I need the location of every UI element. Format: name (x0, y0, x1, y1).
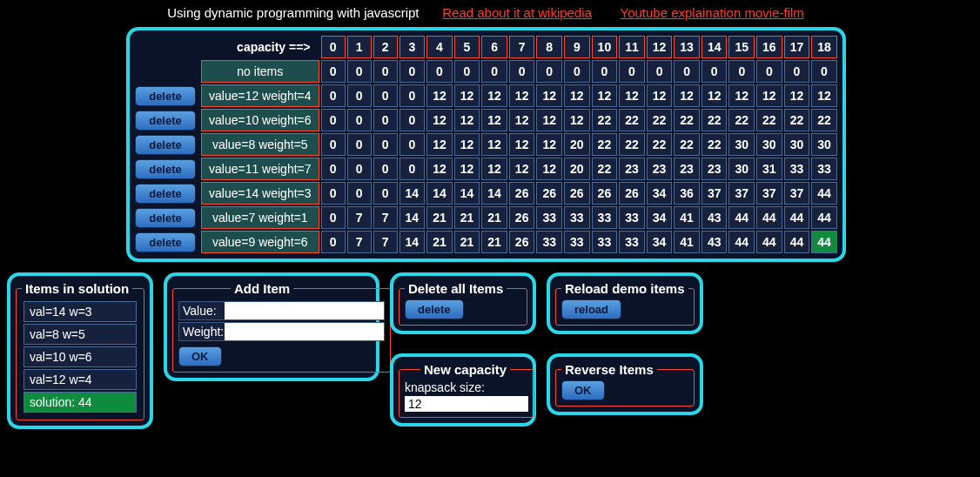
delete-row-button[interactable]: delete (135, 208, 196, 228)
dp-cell: 12 (454, 84, 480, 107)
dp-cell: 0 (399, 133, 426, 156)
dp-cell: 22 (674, 109, 700, 131)
dp-cell: 0 (373, 60, 398, 83)
dp-cell: 12 (426, 133, 453, 156)
reload-button[interactable]: reload (561, 299, 621, 319)
dp-cell: 44 (728, 231, 755, 253)
delete-all-button[interactable]: delete (405, 299, 464, 319)
dp-cell: 33 (592, 206, 618, 229)
dp-cell: 12 (481, 133, 507, 156)
dp-cell: 22 (811, 109, 837, 131)
dp-cell: 23 (674, 158, 700, 180)
weight-input[interactable] (225, 323, 384, 340)
dp-cell: 0 (701, 60, 728, 83)
dp-cell: 12 (647, 84, 673, 107)
dp-cell: 33 (784, 158, 810, 180)
dp-cell: 37 (784, 182, 810, 205)
dp-cell: 0 (347, 133, 372, 156)
dp-cell: 22 (647, 109, 673, 131)
row-label: value=8 weight=5 (201, 133, 319, 156)
dp-table: capacity ==>0123456789101112131415161718… (133, 34, 839, 255)
dp-cell: 41 (674, 206, 700, 229)
dp-cell: 26 (592, 182, 618, 205)
dp-cell: 36 (674, 182, 700, 205)
dp-cell: 12 (481, 109, 507, 131)
dp-cell: 12 (564, 84, 590, 107)
dp-cell: 12 (509, 133, 535, 156)
dp-cell: 7 (347, 206, 372, 229)
reload-legend: Reload demo items (561, 281, 688, 296)
reverse-panel: Reverse Items OK (547, 353, 703, 415)
delete-row-button[interactable]: delete (135, 184, 196, 204)
solution-total: solution: 44 (23, 392, 137, 413)
capacity-header: 8 (536, 36, 562, 58)
dp-cell: 0 (373, 182, 398, 205)
delete-row-button[interactable]: delete (135, 86, 196, 106)
dp-table-panel: capacity ==>0123456789101112131415161718… (126, 27, 846, 262)
row-label: value=9 weight=6 (201, 231, 319, 253)
youtube-link[interactable]: Youtube explaination movie-film (621, 5, 804, 20)
capacity-header: 9 (564, 36, 590, 58)
dp-cell: 33 (536, 206, 562, 229)
dp-cell: 12 (454, 109, 480, 131)
dp-cell: 12 (536, 84, 562, 107)
dp-cell: 44 (811, 231, 837, 253)
delete-row-button[interactable]: delete (135, 135, 196, 155)
dp-cell: 33 (564, 231, 590, 253)
dp-cell: 14 (399, 206, 426, 229)
dp-cell: 0 (399, 109, 426, 131)
value-label: Value: (179, 304, 225, 318)
dp-cell: 12 (426, 84, 453, 107)
dp-cell: 0 (399, 60, 426, 83)
capacity-header: 17 (784, 36, 810, 58)
capacity-header: 14 (701, 36, 728, 58)
dp-cell: 0 (321, 231, 346, 253)
solution-item: val=12 w=4 (23, 369, 137, 390)
delete-row-button[interactable]: delete (135, 111, 196, 131)
knapsack-size-input[interactable] (405, 396, 528, 412)
dp-cell: 21 (481, 231, 507, 253)
dp-cell: 44 (784, 206, 810, 229)
dp-cell: 12 (481, 84, 507, 107)
dp-cell: 7 (373, 206, 398, 229)
dp-cell: 23 (701, 158, 728, 180)
add-item-ok-button[interactable]: OK (178, 346, 222, 366)
capacity-header: 16 (756, 36, 782, 58)
reverse-legend: Reverse Items (561, 362, 657, 377)
dp-cell: 34 (647, 206, 673, 229)
dp-cell: 43 (701, 206, 728, 229)
dp-cell: 0 (321, 133, 346, 156)
dp-cell: 14 (426, 182, 453, 205)
dp-cell: 26 (509, 231, 535, 253)
wikipedia-link[interactable]: Read about it at wikipedia (442, 5, 592, 20)
dp-cell: 22 (592, 158, 618, 180)
dp-cell: 0 (536, 60, 562, 83)
dp-cell: 12 (509, 109, 535, 131)
new-capacity-legend: New capacity (420, 362, 510, 377)
dp-cell: 26 (509, 206, 535, 229)
row-label: value=7 weight=1 (201, 206, 319, 229)
dp-cell: 0 (347, 109, 372, 131)
delete-row-button[interactable]: delete (135, 159, 196, 179)
dp-cell: 0 (373, 158, 398, 180)
dp-cell: 20 (564, 133, 590, 156)
dp-cell: 0 (564, 60, 590, 83)
dp-cell: 0 (321, 60, 346, 83)
value-input[interactable] (225, 302, 384, 319)
capacity-header: 15 (728, 36, 755, 58)
dp-cell: 12 (592, 84, 618, 107)
reverse-ok-button[interactable]: OK (561, 380, 605, 400)
page-title: Using dynamic programming with javascrip… (167, 5, 419, 20)
dp-cell: 12 (784, 84, 810, 107)
dp-cell: 26 (564, 182, 590, 205)
dp-cell: 0 (592, 60, 618, 83)
dp-cell: 0 (321, 158, 346, 180)
dp-cell: 0 (454, 60, 480, 83)
dp-cell: 22 (674, 133, 700, 156)
dp-cell: 12 (426, 158, 453, 180)
solution-legend: Items in solution (22, 281, 132, 296)
dp-cell: 37 (701, 182, 728, 205)
dp-cell: 31 (756, 158, 782, 180)
delete-row-button[interactable]: delete (135, 232, 196, 252)
dp-cell: 0 (399, 158, 426, 180)
